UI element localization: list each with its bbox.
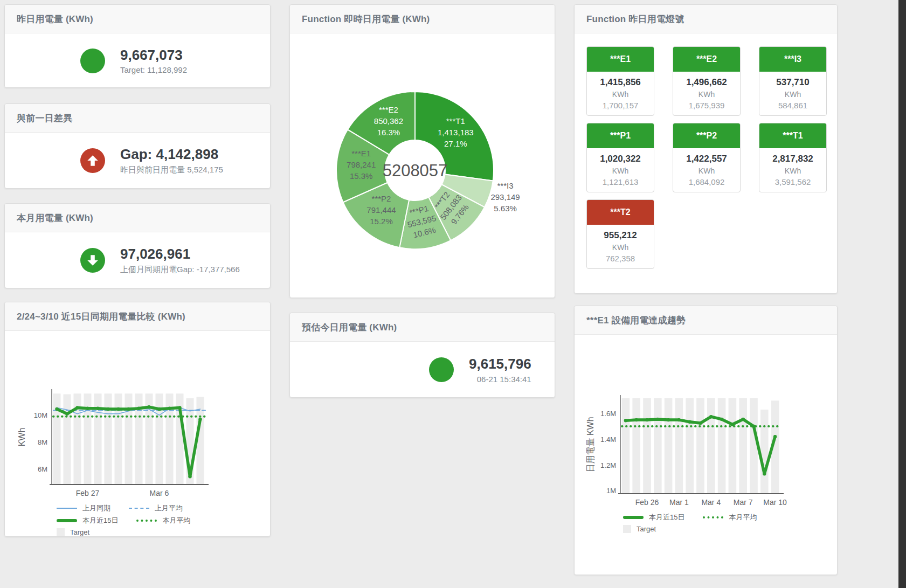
legend-label: Target (70, 528, 89, 536)
tile-value: 1,020,322 (587, 154, 654, 164)
tile-target-value: 1,121,613 (587, 177, 654, 186)
compare-legend: 上月同期 上月平均 本月近15日 本月平均 (57, 503, 270, 536)
card-estimate-today: 預估今日用電量 (KWh) 9,615,796 06-21 15:34:41 (289, 313, 555, 398)
kpi-body: 97,026,961 上個月同期用電Gap: -17,377,566 (5, 232, 270, 288)
target-bar (718, 398, 726, 493)
target-bar (632, 398, 640, 493)
svg-text:Mar 1: Mar 1 (669, 498, 689, 507)
card-title: 本月用電量 (KWh) (17, 212, 93, 224)
kpi-body: Gap: 4,142,898 昨日與前日用電量 5,524,175 (5, 133, 270, 189)
tile-header: ***E1 (587, 47, 654, 72)
legend-last-month-period[interactable]: 上月同期 (57, 503, 110, 513)
chart-body: 6M8M10MFeb 27Mar 6KWh 上月同期 上月平均 本月近1 (5, 331, 270, 536)
tile-header: ***T1 (759, 123, 826, 148)
legend-last-month-avg[interactable]: 上月平均 (129, 503, 183, 513)
card-header: 預估今日用電量 (KWh) (290, 313, 555, 342)
card-status-lights: Function 昨日用電燈號 ***E11,415,856KWh1,700,1… (574, 4, 838, 294)
dotted-green-line-swatch (136, 520, 157, 522)
light-tile-E2: ***E21,496,662KWh1,675,939 (673, 46, 741, 116)
target-bar (125, 393, 132, 484)
svg-text:1.6M: 1.6M (600, 410, 616, 418)
card-header: 與前一日差異 (5, 104, 270, 133)
svg-text:Feb 26: Feb 26 (635, 498, 659, 507)
card-title: Function 昨日用電燈號 (586, 13, 684, 25)
legend-target[interactable]: Target (623, 525, 656, 533)
svg-text:1M: 1M (606, 487, 616, 495)
solid-blue-line-swatch (57, 508, 77, 509)
target-bar (63, 395, 71, 484)
tile-unit: KWh (587, 243, 654, 252)
target-bar (622, 398, 630, 493)
light-tile-P1: ***P11,020,322KWh1,121,613 (586, 123, 654, 192)
tile-header: ***I3 (759, 47, 826, 72)
legend-label: 本月近15日 (82, 516, 118, 525)
arrow-up-circle (80, 148, 105, 173)
light-tile-T1: ***T12,817,832KWh3,591,562 (759, 123, 827, 192)
target-bar (729, 398, 737, 493)
legend-label: 上月同期 (82, 503, 110, 513)
light-tile-P2: ***P21,422,557KWh1,684,092 (673, 123, 741, 192)
arrow-up-icon (86, 154, 100, 168)
tile-target-value: 1,700,157 (587, 101, 654, 110)
svg-text:KWh: KWh (17, 428, 26, 447)
card-header: 2/24~3/10 近15日同期用電量比較 (KWh) (5, 302, 270, 331)
card-e1-trend-chart: ***E1 設備用電達成趨勢 1M1.2M1.4M1.6MFeb 26Mar 1… (574, 306, 838, 575)
light-tile-E1: ***E11,415,856KWh1,700,157 (586, 46, 654, 116)
kpi-value: 9,667,073 (120, 47, 187, 64)
donut-chart: ***T11,413,18327.1%***I3293,1495.63%***T… (290, 33, 555, 295)
donut-label-I3: ***I3293,1495.63% (490, 181, 520, 213)
svg-text:6M: 6M (38, 465, 47, 473)
dashboard: 昨日用電量 (KWh) 9,667,073 Target: 11,128,992… (0, 0, 906, 588)
kpi-timestamp: 06-21 15:34:41 (469, 375, 531, 384)
svg-text:日用電量 KWh: 日用電量 KWh (586, 417, 595, 472)
lights-grid: ***E11,415,856KWh1,700,157***E21,496,662… (575, 33, 837, 269)
target-bar (114, 393, 122, 484)
gray-box-swatch (623, 525, 631, 533)
svg-text:Feb 27: Feb 27 (76, 489, 100, 497)
card-title: ***E1 設備用電達成趨勢 (586, 314, 686, 327)
card-yesterday-usage: 昨日用電量 (KWh) 9,667,073 Target: 11,128,992 (4, 4, 271, 88)
scrollbar[interactable] (898, 0, 906, 588)
tile-unit: KWh (673, 90, 740, 99)
target-bar (104, 393, 112, 484)
tile-unit: KWh (759, 90, 826, 99)
thick-green-line-swatch (57, 519, 77, 522)
legend-this-month-15d[interactable]: 本月近15日 (57, 516, 118, 525)
dotted-green-line-swatch (703, 516, 723, 518)
legend-this-month-avg[interactable]: 本月平均 (136, 516, 190, 525)
kpi-value: 9,615,796 (469, 356, 531, 372)
target-bar (707, 398, 715, 493)
trend-legend: 本月近15日 本月平均 Target (623, 513, 837, 533)
svg-text:1.2M: 1.2M (600, 461, 616, 469)
tile-header: ***P1 (587, 123, 654, 148)
card-day-gap: 與前一日差異 Gap: 4,142,898 昨日與前日用電量 5,524,175 (4, 103, 271, 189)
tile-value: 1,415,856 (587, 77, 654, 88)
light-tile-T2: ***T2955,212KWh762,358 (586, 199, 654, 269)
card-realtime-donut: Function 即時日用電量 (KWh) ***T11,413,18327.1… (289, 4, 555, 298)
legend-this-month-avg[interactable]: 本月平均 (703, 513, 757, 522)
chart-body: 1M1.2M1.4M1.6MFeb 26Mar 1Mar 4Mar 7Mar 1… (575, 335, 837, 533)
card-title: Function 即時日用電量 (KWh) (302, 13, 430, 25)
dashed-blue-line-swatch (129, 508, 149, 509)
kpi-target: Target: 11,128,992 (120, 65, 187, 74)
card-header: Function 昨日用電燈號 (575, 5, 837, 33)
arrow-down-icon (86, 253, 100, 267)
tile-unit: KWh (587, 167, 654, 175)
target-bar (760, 410, 769, 493)
tile-target-value: 584,861 (759, 101, 826, 110)
kpi-body: 9,667,073 Target: 11,128,992 (5, 33, 270, 88)
legend-label: 本月平均 (162, 516, 190, 525)
legend-this-month-15d[interactable]: 本月近15日 (623, 513, 684, 522)
card-header: 本月用電量 (KWh) (5, 204, 270, 232)
card-month-usage: 本月用電量 (KWh) 97,026,961 上個月同期用電Gap: -17,3… (4, 203, 271, 288)
card-title: 預估今日用電量 (KWh) (302, 321, 397, 334)
svg-text:Mar 7: Mar 7 (734, 498, 753, 507)
legend-target[interactable]: Target (57, 528, 89, 536)
legend-label: 上月平均 (155, 503, 183, 513)
legend-label: 本月平均 (729, 513, 757, 522)
tile-header: ***P2 (673, 123, 740, 148)
tile-value: 1,422,557 (673, 154, 740, 164)
thick-green-line-swatch (623, 516, 644, 519)
light-tile-I3: ***I3537,710KWh584,861 (759, 46, 827, 116)
card-compare-chart: 2/24~3/10 近15日同期用電量比較 (KWh) 6M8M10MFeb 2… (4, 302, 271, 537)
